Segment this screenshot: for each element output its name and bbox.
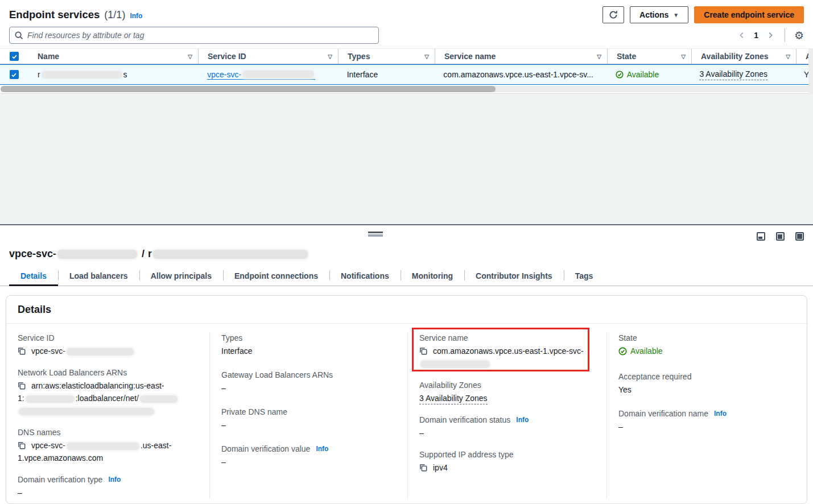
check-icon [11, 53, 18, 60]
state-text: Available [627, 70, 659, 79]
acceptance-required-value: Yes [618, 383, 795, 396]
row-name-suffix: s [123, 70, 127, 79]
dns-names-label: DNS names [18, 427, 198, 439]
column-header-service-id[interactable]: Service ID [208, 52, 246, 61]
copy-icon[interactable] [18, 347, 26, 355]
pagination: 1 ⚙ [737, 28, 804, 42]
tab-details[interactable]: Details [9, 267, 58, 286]
tab-monitoring[interactable]: Monitoring [401, 267, 464, 286]
nlb-arn-line2-start: 1: [18, 394, 24, 403]
domain-verification-type-label: Domain verification type [18, 474, 102, 486]
redacted-title-name [153, 250, 308, 259]
details-column-1: Service ID vpce-svc- Network Load Balanc… [6, 332, 209, 499]
preferences-gear-icon[interactable]: ⚙ [794, 30, 804, 41]
sort-icon-state[interactable]: ▽ [681, 53, 686, 60]
availability-zones-link[interactable]: 3 Availability Zones [699, 69, 767, 80]
service-id-label: Service ID [18, 332, 198, 344]
pager-divider [785, 28, 785, 42]
domain-verification-status-label: Domain verification status [419, 414, 510, 426]
row-cell-name: rs [28, 70, 198, 79]
private-dns-name-value: – [221, 419, 396, 431]
info-link[interactable]: Info [108, 474, 121, 486]
content-background [0, 94, 813, 224]
domain-verification-type-value: – [18, 486, 198, 499]
panel-size-small-icon[interactable] [757, 232, 765, 241]
column-header-service-name[interactable]: Service name [444, 52, 496, 61]
tab-endpoint-connections[interactable]: Endpoint connections [223, 267, 329, 286]
domain-verification-status-value: – [419, 427, 595, 439]
previous-page-button[interactable] [737, 30, 747, 40]
chevron-right-icon [766, 31, 774, 39]
copy-icon[interactable] [419, 347, 427, 355]
redacted-service-name-id [420, 361, 490, 368]
tab-load-balancers[interactable]: Load balancers [58, 267, 139, 286]
split-panel-drag-handle[interactable] [368, 232, 383, 237]
split-panel-title: vpce-svc- / r [9, 248, 804, 260]
actions-button[interactable]: Actions ▼ [630, 6, 688, 23]
panel-title-service-id-prefix: vpce-svc- [9, 248, 56, 260]
column-header-name[interactable]: Name [38, 52, 59, 61]
column-header-state[interactable]: State [617, 52, 636, 61]
row-checkbox[interactable] [10, 70, 19, 79]
header-info-link[interactable]: Info [130, 12, 142, 20]
copy-icon[interactable] [18, 441, 26, 449]
select-all-checkbox[interactable] [10, 52, 19, 61]
column-header-types[interactable]: Types [348, 52, 370, 61]
redacted-lb-name-1 [140, 395, 178, 403]
info-link[interactable]: Info [316, 443, 328, 455]
endpoint-services-section: Endpoint services (1/1) Info Actions ▼ C… [0, 6, 813, 94]
redacted-service-id-value [67, 348, 134, 356]
sort-icon-service-id[interactable]: ▽ [328, 53, 332, 60]
copy-icon[interactable] [18, 382, 26, 390]
availability-zones-value-link[interactable]: 3 Availability Zones [419, 393, 488, 404]
table-row[interactable]: rs vpce-svc- Interface com.amazonaws.vpc… [0, 64, 813, 85]
domain-verification-name-value: – [618, 420, 795, 433]
field-state: State Available [618, 332, 795, 359]
search-icon [15, 31, 23, 40]
sort-icon-types[interactable]: ▽ [424, 53, 429, 60]
copy-icon[interactable] [419, 464, 427, 472]
state-value: Available [630, 345, 663, 357]
service-id-link[interactable]: vpce-svc- [207, 70, 315, 80]
tab-allow-principals[interactable]: Allow principals [139, 267, 223, 286]
row-cell-service-id: vpce-svc- [198, 70, 337, 80]
column-header-availability-zones[interactable]: Availability Zones [701, 52, 769, 61]
details-card-heading: Details [6, 296, 807, 324]
table-header-row: Name▽ Service ID▽ Types▽ Service name▽ S… [0, 48, 813, 64]
info-link[interactable]: Info [714, 408, 727, 420]
sort-icon-service-name[interactable]: ▽ [597, 53, 601, 60]
panel-size-medium-icon[interactable] [776, 232, 785, 241]
actions-button-label: Actions [639, 10, 668, 19]
row-cell-service-name: com.amazonaws.vpce.us-east-1.vpce-sv... [434, 70, 606, 79]
nlb-arn-line1: arn:aws:elasticloadbalancing:us-east- [31, 381, 164, 390]
search-input[interactable] [27, 31, 373, 40]
tab-bar: Details Load balancers Allow principals … [0, 267, 813, 286]
search-box[interactable] [9, 27, 379, 44]
page-number[interactable]: 1 [754, 31, 758, 40]
refresh-button[interactable] [602, 6, 624, 23]
create-endpoint-service-button[interactable]: Create endpoint service [694, 6, 804, 23]
tab-tags[interactable]: Tags [564, 267, 605, 286]
field-types: Types Interface [221, 332, 396, 357]
horizontal-scrollbar-thumb[interactable] [1, 86, 496, 92]
panel-size-large-icon[interactable] [795, 232, 804, 241]
vertical-scrollbar[interactable] [808, 48, 813, 94]
panel-title-name-prefix: r [148, 248, 152, 260]
details-column-2: Types Interface Gateway Load Balancers A… [209, 332, 407, 499]
sort-icon-availability-zones[interactable]: ▽ [786, 53, 790, 60]
tab-contributor-insights[interactable]: Contributor Insights [464, 267, 564, 286]
field-domain-verification-type: Domain verification typeInfo – [18, 474, 198, 499]
field-service-name: Service name com.amazonaws.vpce.us-east-… [419, 332, 595, 370]
row-cell-types: Interface [338, 70, 435, 79]
supported-ip-label: Supported IP address type [419, 449, 595, 461]
redacted-service-id [242, 71, 314, 78]
supported-ip-value: ipv4 [433, 463, 448, 472]
service-id-prefix: vpce-svc- [207, 70, 241, 79]
chevron-left-icon [738, 31, 746, 39]
tab-notifications[interactable]: Notifications [329, 267, 401, 286]
horizontal-scrollbar-track[interactable] [1, 86, 812, 92]
redacted-lb-name-2 [19, 408, 154, 415]
info-link[interactable]: Info [516, 414, 529, 426]
next-page-button[interactable] [765, 30, 775, 40]
sort-icon-name[interactable]: ▽ [188, 53, 192, 60]
